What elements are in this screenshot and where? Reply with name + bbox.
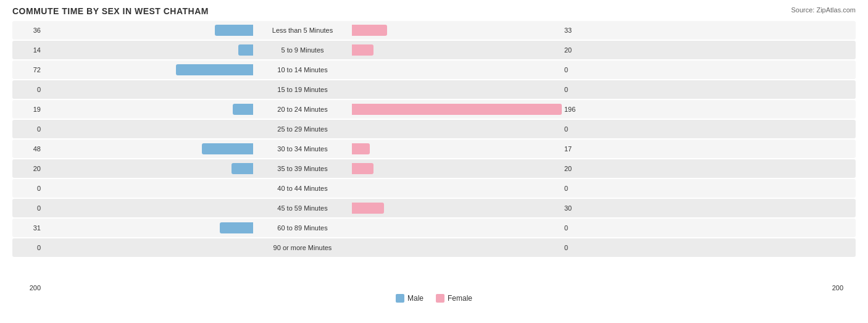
male-value: 0 (12, 86, 43, 93)
female-bar (352, 25, 387, 36)
male-swatch (396, 294, 404, 303)
female-bar (352, 143, 370, 154)
row-label: 40 to 44 Minutes (253, 185, 352, 192)
male-bar (232, 163, 253, 174)
chart-area: 36 Less than 5 Minutes 33 14 5 to 9 Minu… (12, 21, 856, 280)
female-value: 0 (562, 224, 593, 232)
axis-right: 200 (832, 284, 856, 292)
female-value: 0 (562, 125, 593, 133)
chart-row: 48 30 to 34 Minutes 17 (12, 140, 856, 158)
male-value: 0 (12, 244, 43, 251)
chart-row: 14 5 to 9 Minutes 20 (12, 41, 856, 59)
female-bar-area (352, 104, 562, 115)
axis-row: 200 200 (12, 284, 856, 292)
male-bar-area (43, 143, 253, 154)
chart-row: 0 25 to 29 Minutes 0 (12, 120, 856, 138)
chart-row: 36 Less than 5 Minutes 33 (12, 21, 856, 40)
male-bar-area (43, 242, 253, 253)
female-value: 0 (562, 66, 593, 73)
chart-title: COMMUTE TIME BY SEX IN WEST CHATHAM (12, 6, 856, 16)
female-value: 0 (562, 86, 593, 93)
chart-row: 72 10 to 14 Minutes 0 (12, 61, 856, 79)
female-bar-area (352, 84, 562, 95)
male-bar (238, 44, 253, 56)
female-bar (352, 44, 373, 56)
male-value: 0 (12, 204, 43, 212)
male-value: 36 (12, 27, 43, 34)
row-label: 10 to 14 Minutes (253, 66, 352, 73)
female-bar-area (352, 163, 562, 174)
male-value: 0 (12, 185, 43, 192)
female-bar-area (352, 143, 562, 154)
male-value: 19 (12, 106, 43, 113)
male-bar-area (43, 25, 253, 36)
legend-female: Female (436, 294, 472, 303)
male-value: 0 (12, 125, 43, 133)
female-bar-area (352, 25, 562, 36)
female-value: 20 (562, 46, 593, 54)
female-bar-area (352, 222, 562, 233)
male-bar-area (43, 64, 253, 75)
female-value: 0 (562, 244, 593, 251)
male-bar-area (43, 44, 253, 56)
male-value: 14 (12, 46, 43, 54)
female-value: 196 (562, 106, 593, 113)
axis-left: 200 (12, 284, 43, 292)
chart-row: 0 45 to 59 Minutes 30 (12, 199, 856, 217)
chart-row: 0 90 or more Minutes 0 (12, 238, 856, 257)
male-value: 31 (12, 224, 43, 232)
male-bar (233, 104, 253, 115)
female-label: Female (448, 294, 472, 303)
female-value: 0 (562, 185, 593, 192)
female-bar-area (352, 64, 562, 75)
male-bar-area (43, 124, 253, 135)
male-label: Male (407, 294, 424, 303)
male-value: 48 (12, 145, 43, 153)
female-bar (352, 163, 373, 174)
row-label: 45 to 59 Minutes (253, 204, 352, 212)
row-label: 90 or more Minutes (253, 244, 352, 251)
male-bar (215, 25, 253, 36)
female-value: 33 (562, 27, 593, 34)
female-bar-area (352, 44, 562, 56)
male-bar (176, 64, 253, 75)
row-label: 30 to 34 Minutes (253, 145, 352, 153)
female-bar-area (352, 242, 562, 253)
legend: Male Female (12, 294, 856, 303)
female-swatch (436, 294, 444, 303)
row-label: Less than 5 Minutes (253, 27, 352, 34)
female-bar (352, 104, 562, 115)
row-label: 35 to 39 Minutes (253, 165, 352, 172)
female-bar (352, 203, 384, 214)
row-label: 15 to 19 Minutes (253, 86, 352, 93)
chart-row: 0 15 to 19 Minutes 0 (12, 80, 856, 99)
row-label: 20 to 24 Minutes (253, 106, 352, 113)
chart-row: 31 60 to 89 Minutes 0 (12, 219, 856, 237)
male-bar-area (43, 163, 253, 174)
male-bar-area (43, 84, 253, 95)
female-bar-area (352, 124, 562, 135)
male-bar-area (43, 183, 253, 194)
male-value: 72 (12, 66, 43, 73)
chart-container: COMMUTE TIME BY SEX IN WEST CHATHAM Sour… (0, 0, 868, 323)
legend-male: Male (396, 294, 424, 303)
male-bar (202, 143, 253, 154)
chart-row: 19 20 to 24 Minutes 196 (12, 100, 856, 119)
chart-row: 20 35 to 39 Minutes 20 (12, 159, 856, 178)
female-bar-area (352, 183, 562, 194)
male-bar-area (43, 203, 253, 214)
row-label: 25 to 29 Minutes (253, 125, 352, 133)
chart-row: 0 40 to 44 Minutes 0 (12, 179, 856, 198)
female-value: 30 (562, 204, 593, 212)
male-bar (220, 222, 253, 233)
female-value: 20 (562, 165, 593, 172)
row-label: 5 to 9 Minutes (253, 46, 352, 54)
row-label: 60 to 89 Minutes (253, 224, 352, 232)
male-value: 20 (12, 165, 43, 172)
male-bar-area (43, 104, 253, 115)
male-bar-area (43, 222, 253, 233)
source-text: Source: ZipAtlas.com (791, 6, 856, 14)
female-bar-area (352, 203, 562, 214)
female-value: 17 (562, 145, 593, 153)
